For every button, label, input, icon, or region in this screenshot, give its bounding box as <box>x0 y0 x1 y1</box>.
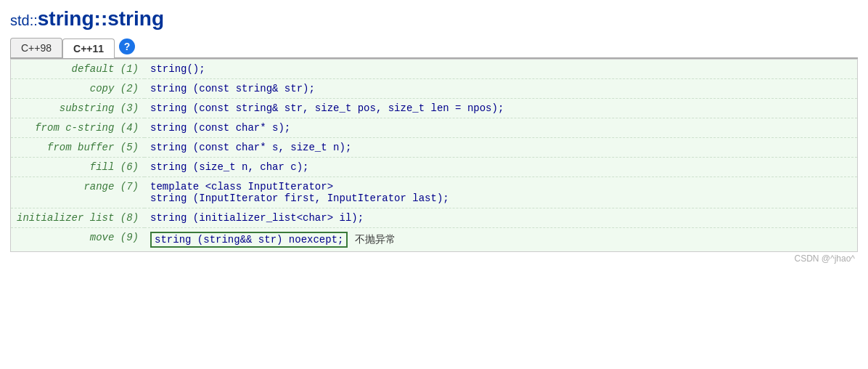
table-row: move (9)string (string&& str) noexcept;不… <box>11 228 858 252</box>
row-label: fill (6) <box>11 158 145 177</box>
row-label: substring (3) <box>11 99 145 118</box>
table-row: range (7)template <class InputIterator> … <box>11 177 858 208</box>
title-prefix: std:: <box>10 12 38 28</box>
table-row: fill (6)string (size_t n, char c); <box>11 158 858 177</box>
row-label: from c-string (4) <box>11 118 145 138</box>
row-code: string (initializer_list<char> il); <box>144 208 857 228</box>
tab-cpp11[interactable]: C++11 <box>62 38 115 58</box>
page-container: std::string::string C++98 C++11 ? defaul… <box>0 0 868 271</box>
table-row: initializer list (8)string (initializer_… <box>11 208 858 228</box>
table-row: substring (3)string (const string& str, … <box>11 99 858 118</box>
row-code: string(); <box>144 60 857 79</box>
row-code: string (const string& str); <box>144 79 857 99</box>
code-table: default (1)string();copy (2)string (cons… <box>10 59 858 252</box>
tab-cpp98[interactable]: C++98 <box>10 38 62 57</box>
row-label: copy (2) <box>11 79 145 99</box>
tabs-row: C++98 C++11 ? <box>10 38 858 59</box>
table-row: from c-string (4)string (const char* s); <box>11 118 858 138</box>
row-label: range (7) <box>11 177 145 208</box>
row-code: string (const char* s, size_t n); <box>144 138 857 158</box>
row-code: template <class InputIterator> string (I… <box>144 177 857 208</box>
row-code: string (const string& str, size_t pos, s… <box>144 99 857 118</box>
highlighted-code: string (string&& str) noexcept; <box>150 232 348 248</box>
table-row: default (1)string(); <box>11 60 858 79</box>
extra-note: 不抛异常 <box>348 233 396 245</box>
row-label: from buffer (5) <box>11 138 145 158</box>
row-code: string (const char* s); <box>144 118 857 138</box>
title-main: string::string <box>38 7 164 30</box>
watermark: CSDN @^jhao^ <box>10 252 858 264</box>
page-title: std::string::string <box>10 7 858 31</box>
row-label: initializer list (8) <box>11 208 145 228</box>
table-row: copy (2)string (const string& str); <box>11 79 858 99</box>
row-label: default (1) <box>11 60 145 79</box>
row-code: string (string&& str) noexcept;不抛异常 <box>144 228 857 252</box>
table-row: from buffer (5)string (const char* s, si… <box>11 138 858 158</box>
row-label: move (9) <box>11 228 145 252</box>
row-code: string (size_t n, char c); <box>144 158 857 177</box>
help-icon[interactable]: ? <box>119 38 135 54</box>
